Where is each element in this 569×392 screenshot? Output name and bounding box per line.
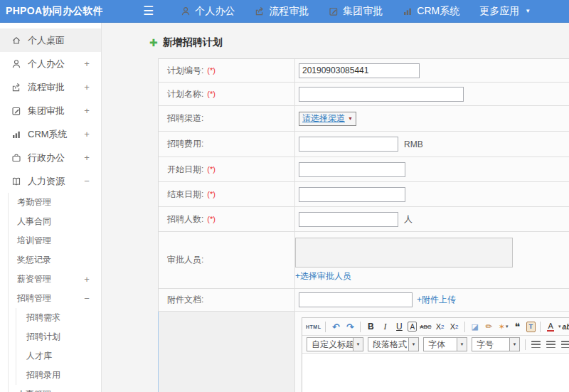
html-source-button[interactable]: HTML [306, 320, 321, 334]
caret-down-icon[interactable]: ▼ [525, 8, 531, 14]
expand-plus-icon[interactable]: + [83, 389, 91, 392]
sidebar-item-crm-system[interactable]: CRM系统 + [0, 122, 101, 146]
expand-plus-icon[interactable]: + [83, 129, 91, 139]
sidebar-item-training-mgmt[interactable]: 培训管理 [9, 231, 101, 250]
form-row-attachment: 附件文档: +附件上传 [159, 289, 569, 312]
topnav-label: 流程审批 [269, 5, 309, 18]
headcount-input[interactable] [299, 212, 398, 227]
font-family-select[interactable]: 字体 ▼ [423, 337, 467, 351]
sidebar-item-salary-mgmt[interactable]: 薪资管理 + [9, 270, 101, 289]
align-right-icon[interactable] [561, 341, 569, 348]
format-brush-icon[interactable]: ✏ [484, 320, 495, 334]
underline-button[interactable]: U [393, 320, 405, 334]
channel-select[interactable]: 请选择渠道 ▼ [299, 112, 356, 126]
caret-down-icon: ▼ [457, 338, 467, 351]
workflow-icon [11, 83, 21, 92]
sidebar-item-human-resources[interactable]: 人力资源 − [0, 169, 101, 193]
form-row-approvers: 审批人员: +选择审批人员 [159, 232, 569, 289]
person-icon [11, 59, 21, 69]
font-style-box-button[interactable]: A [408, 322, 417, 332]
sidebar-item-recruitment-mgmt[interactable]: 招聘管理 − [9, 289, 101, 308]
subscript-button[interactable]: X2 [449, 320, 460, 334]
sidebar-item-label: 人力资源 [28, 175, 76, 188]
font-size-select[interactable]: 字号 ▼ [472, 337, 520, 351]
caret-down-icon: ▼ [408, 338, 418, 351]
sidebar-item-admin-office[interactable]: 行政办公 + [0, 146, 101, 169]
topnav-group-approval[interactable]: 集团审批 [329, 5, 383, 18]
field-label: 招聘渠道: [167, 112, 203, 125]
end-date-input[interactable] [299, 187, 405, 202]
required-mark: (*) [207, 90, 216, 98]
form-row-headcount: 招聘人数: (*) 人 [159, 207, 569, 232]
expand-plus-icon[interactable]: + [83, 82, 91, 92]
plan-name-input[interactable] [299, 87, 464, 102]
superscript-button[interactable]: X2 [435, 320, 446, 334]
italic-button[interactable]: I [379, 320, 390, 334]
redo-icon[interactable]: ↷ [344, 320, 356, 334]
expand-plus-icon[interactable]: + [83, 152, 91, 163]
highlight-button[interactable]: ab✎ [563, 320, 569, 334]
sidebar: 个人桌面 个人办公 + 流程审批 + 集团审批 + CRM系统 + 行政办公 + [0, 23, 102, 392]
recruit-cost-input[interactable] [299, 137, 398, 152]
home-icon [11, 36, 21, 46]
topnav-more-apps[interactable]: 更多应用 ▼ [479, 5, 531, 18]
expand-plus-icon[interactable]: + [83, 274, 91, 285]
sidebar-item-personnel-mgmt[interactable]: 人事管理 + [9, 385, 101, 392]
sidebar-item-workflow-approval[interactable]: 流程审批 + [0, 75, 101, 99]
form-row-start-date: 开始日期: (*) [159, 157, 569, 182]
topnav-personal-office[interactable]: 个人办公 [181, 5, 235, 18]
eraser-icon[interactable]: ◪ [469, 320, 481, 334]
form-row-plan-name: 计划名称: (*) [159, 83, 569, 106]
sidebar-item-attendance-mgmt[interactable]: 考勤管理 [9, 193, 101, 212]
sidebar-item-group-approval[interactable]: 集团审批 + [0, 99, 101, 122]
align-center-icon[interactable] [546, 341, 555, 348]
expand-plus-icon[interactable]: + [83, 58, 91, 69]
recruitment-submenu: 招聘需求 招聘计划 人才库 招聘录用 [16, 308, 101, 385]
attachment-input[interactable] [299, 292, 413, 307]
topnav-crm-system[interactable]: CRM系统 [403, 5, 459, 18]
page-title: ✚ 新增招聘计划 [102, 23, 569, 49]
workflow-icon [255, 6, 265, 16]
caret-down-icon: ▼ [509, 338, 519, 351]
paragraph-format-select[interactable]: 段落格式 ▼ [368, 337, 419, 351]
sidebar-item-recruit-demand[interactable]: 招聘需求 [16, 308, 101, 327]
main-content: ✚ 新增招聘计划 计划编号: (*) 计划名称: (*) [102, 23, 569, 392]
expand-plus-icon[interactable]: + [83, 105, 91, 116]
font-color-button[interactable]: A [545, 320, 556, 334]
editor-content-area[interactable] [302, 354, 569, 392]
add-plus-icon: ✚ [149, 38, 158, 48]
strikethrough-button[interactable]: ABC [420, 320, 431, 334]
bold-button[interactable]: B [365, 320, 376, 334]
caret-down-icon[interactable]: ▾ [558, 324, 561, 329]
hamburger-menu-icon[interactable]: ☰ [143, 5, 154, 17]
sidebar-item-recruit-hire[interactable]: 招聘录用 [16, 366, 101, 385]
sidebar-item-reward-punishment[interactable]: 奖惩记录 [9, 250, 101, 270]
start-date-input[interactable] [299, 162, 405, 177]
sidebar-item-personal-desktop[interactable]: 个人桌面 [0, 28, 101, 52]
briefcase-icon [11, 153, 21, 163]
caret-down-icon: ▼ [348, 116, 353, 121]
collapse-minus-icon[interactable]: − [83, 176, 91, 186]
sidebar-item-recruit-plan[interactable]: 招聘计划 [16, 327, 101, 346]
required-mark: (*) [207, 215, 216, 223]
plan-number-input[interactable] [299, 63, 420, 78]
sidebar-item-hr-contracts[interactable]: 人事合同 [9, 212, 101, 231]
person-icon [181, 6, 191, 16]
collapse-minus-icon[interactable]: − [83, 293, 91, 304]
custom-title-select[interactable]: 自定义标题 ▼ [307, 337, 363, 351]
form-row-editor: HTML ↶ ↷ B I U A ABC X2 X2 [158, 312, 569, 392]
paste-text-icon[interactable]: T [526, 322, 536, 332]
undo-icon[interactable]: ↶ [330, 320, 341, 334]
approvers-textarea[interactable] [295, 238, 513, 267]
sidebar-item-personal-office[interactable]: 个人办公 + [0, 52, 101, 75]
form-row-plan-number: 计划编号: (*) [159, 59, 569, 83]
sidebar-item-talent-pool[interactable]: 人才库 [16, 346, 101, 366]
attachment-upload-link[interactable]: +附件上传 [417, 294, 456, 306]
top-navigation: 个人办公 流程审批 集团审批 CRM系统 更多应用 ▼ [171, 5, 541, 18]
autoformat-wand-icon[interactable]: ✶▾ [498, 320, 509, 334]
topnav-workflow-approval[interactable]: 流程审批 [255, 5, 309, 18]
caret-down-icon: ▼ [353, 338, 363, 351]
align-left-icon[interactable] [531, 341, 541, 348]
select-approvers-link[interactable]: +选择审批人员 [295, 270, 351, 282]
blockquote-icon[interactable]: ❝ [512, 320, 523, 334]
